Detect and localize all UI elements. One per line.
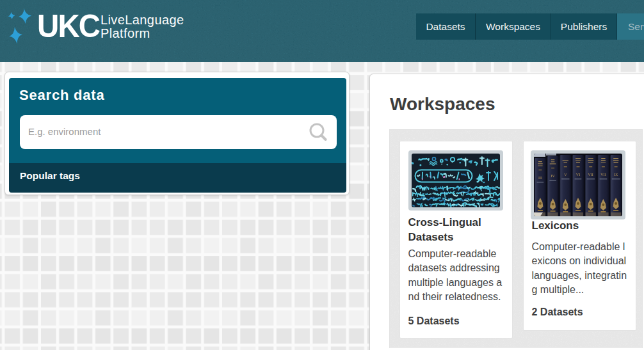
svg-text:IX: IX xyxy=(614,173,618,177)
svg-text:VII: VII xyxy=(588,173,593,177)
svg-text:V: V xyxy=(564,173,567,177)
svg-text:VI: VI xyxy=(576,173,580,177)
svg-text:III: III xyxy=(538,176,542,180)
svg-text:IV: IV xyxy=(551,174,555,178)
svg-text:VII: VII xyxy=(600,173,606,177)
